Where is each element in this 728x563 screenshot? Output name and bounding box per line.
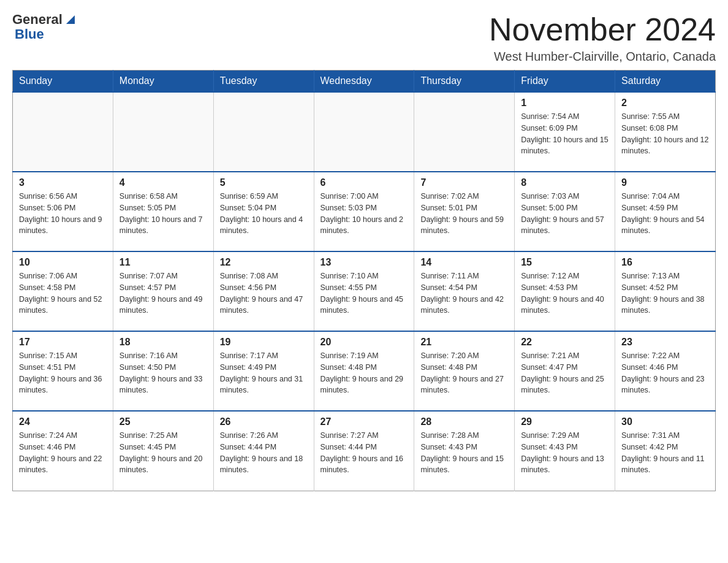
calendar-cell: 14Sunrise: 7:11 AMSunset: 4:54 PMDayligh… — [414, 251, 515, 331]
calendar-cell: 23Sunrise: 7:22 AMSunset: 4:46 PMDayligh… — [615, 331, 716, 411]
day-number: 4 — [119, 177, 207, 188]
calendar-cell: 27Sunrise: 7:27 AMSunset: 4:44 PMDayligh… — [314, 411, 414, 491]
day-number: 27 — [320, 416, 408, 427]
day-number: 9 — [621, 177, 709, 188]
weekday-header-friday: Friday — [515, 71, 615, 93]
weekday-header-wednesday: Wednesday — [314, 71, 414, 93]
day-number: 20 — [320, 337, 408, 348]
day-number: 23 — [621, 337, 709, 348]
day-number: 15 — [521, 257, 609, 268]
day-info: Sunrise: 7:27 AMSunset: 4:44 PMDaylight:… — [320, 430, 408, 476]
day-info: Sunrise: 7:15 AMSunset: 4:51 PMDaylight:… — [19, 350, 107, 396]
calendar-cell: 4Sunrise: 6:58 AMSunset: 5:05 PMDaylight… — [113, 172, 213, 251]
day-number: 14 — [420, 257, 508, 268]
day-number: 25 — [119, 416, 207, 427]
calendar-cell: 5Sunrise: 6:59 AMSunset: 5:04 PMDaylight… — [213, 172, 314, 251]
day-info: Sunrise: 7:17 AMSunset: 4:49 PMDaylight:… — [220, 350, 308, 396]
weekday-header-tuesday: Tuesday — [213, 71, 314, 93]
calendar-cell: 1Sunrise: 7:54 AMSunset: 6:09 PMDaylight… — [515, 92, 615, 172]
day-info: Sunrise: 7:12 AMSunset: 4:53 PMDaylight:… — [521, 270, 609, 316]
calendar-week-row: 3Sunrise: 6:56 AMSunset: 5:06 PMDaylight… — [13, 172, 716, 251]
calendar-cell: 2Sunrise: 7:55 AMSunset: 6:08 PMDaylight… — [615, 92, 716, 172]
logo: General Blue — [12, 12, 77, 42]
day-number: 28 — [420, 416, 508, 427]
calendar-cell: 12Sunrise: 7:08 AMSunset: 4:56 PMDayligh… — [213, 251, 314, 331]
day-info: Sunrise: 7:13 AMSunset: 4:52 PMDaylight:… — [621, 270, 709, 316]
weekday-header-saturday: Saturday — [615, 71, 716, 93]
day-info: Sunrise: 7:25 AMSunset: 4:45 PMDaylight:… — [119, 430, 207, 476]
day-info: Sunrise: 7:21 AMSunset: 4:47 PMDaylight:… — [521, 350, 609, 396]
logo-general-text: General — [12, 12, 63, 27]
calendar-cell: 29Sunrise: 7:29 AMSunset: 4:43 PMDayligh… — [515, 411, 615, 491]
day-info: Sunrise: 6:59 AMSunset: 5:04 PMDaylight:… — [220, 191, 308, 237]
calendar-cell: 25Sunrise: 7:25 AMSunset: 4:45 PMDayligh… — [113, 411, 213, 491]
calendar-cell — [414, 92, 515, 172]
calendar-cell: 13Sunrise: 7:10 AMSunset: 4:55 PMDayligh… — [314, 251, 414, 331]
logo-blue-text: Blue — [15, 27, 77, 42]
calendar-cell — [13, 92, 113, 172]
day-number: 2 — [621, 98, 709, 109]
calendar-table: SundayMondayTuesdayWednesdayThursdayFrid… — [12, 70, 716, 491]
calendar-cell: 24Sunrise: 7:24 AMSunset: 4:46 PMDayligh… — [13, 411, 113, 491]
calendar-cell: 22Sunrise: 7:21 AMSunset: 4:47 PMDayligh… — [515, 331, 615, 411]
day-number: 13 — [320, 257, 408, 268]
calendar-cell — [314, 92, 414, 172]
day-info: Sunrise: 7:16 AMSunset: 4:50 PMDaylight:… — [119, 350, 207, 396]
day-info: Sunrise: 7:03 AMSunset: 5:00 PMDaylight:… — [521, 191, 609, 237]
calendar-cell: 26Sunrise: 7:26 AMSunset: 4:44 PMDayligh… — [213, 411, 314, 491]
calendar-cell: 3Sunrise: 6:56 AMSunset: 5:06 PMDaylight… — [13, 172, 113, 251]
svg-marker-0 — [66, 15, 75, 24]
day-number: 24 — [19, 416, 107, 427]
calendar-cell: 11Sunrise: 7:07 AMSunset: 4:57 PMDayligh… — [113, 251, 213, 331]
calendar-week-row: 1Sunrise: 7:54 AMSunset: 6:09 PMDaylight… — [13, 92, 716, 172]
day-number: 12 — [220, 257, 308, 268]
calendar-cell: 7Sunrise: 7:02 AMSunset: 5:01 PMDaylight… — [414, 172, 515, 251]
day-number: 5 — [220, 177, 308, 188]
calendar-cell: 17Sunrise: 7:15 AMSunset: 4:51 PMDayligh… — [13, 331, 113, 411]
day-number: 19 — [220, 337, 308, 348]
calendar-cell: 10Sunrise: 7:06 AMSunset: 4:58 PMDayligh… — [13, 251, 113, 331]
day-info: Sunrise: 6:56 AMSunset: 5:06 PMDaylight:… — [19, 191, 107, 237]
day-info: Sunrise: 6:58 AMSunset: 5:05 PMDaylight:… — [119, 191, 207, 237]
day-number: 1 — [521, 98, 609, 109]
day-number: 11 — [119, 257, 207, 268]
day-info: Sunrise: 7:55 AMSunset: 6:08 PMDaylight:… — [621, 111, 709, 157]
day-info: Sunrise: 7:08 AMSunset: 4:56 PMDaylight:… — [220, 270, 308, 316]
title-block: November 2024 West Humber-Clairville, On… — [489, 12, 716, 64]
day-number: 8 — [521, 177, 609, 188]
calendar-cell: 20Sunrise: 7:19 AMSunset: 4:48 PMDayligh… — [314, 331, 414, 411]
weekday-header-monday: Monday — [113, 71, 213, 93]
calendar-cell: 18Sunrise: 7:16 AMSunset: 4:50 PMDayligh… — [113, 331, 213, 411]
calendar-cell: 9Sunrise: 7:04 AMSunset: 4:59 PMDaylight… — [615, 172, 716, 251]
day-number: 30 — [621, 416, 709, 427]
calendar-cell: 15Sunrise: 7:12 AMSunset: 4:53 PMDayligh… — [515, 251, 615, 331]
day-number: 3 — [19, 177, 107, 188]
logo-triangle-icon — [64, 13, 77, 26]
weekday-header-sunday: Sunday — [13, 71, 113, 93]
day-info: Sunrise: 7:04 AMSunset: 4:59 PMDaylight:… — [621, 191, 709, 237]
day-info: Sunrise: 7:10 AMSunset: 4:55 PMDaylight:… — [320, 270, 408, 316]
day-info: Sunrise: 7:06 AMSunset: 4:58 PMDaylight:… — [19, 270, 107, 316]
weekday-header-thursday: Thursday — [414, 71, 515, 93]
day-number: 6 — [320, 177, 408, 188]
calendar-cell: 21Sunrise: 7:20 AMSunset: 4:48 PMDayligh… — [414, 331, 515, 411]
location-title: West Humber-Clairville, Ontario, Canada — [489, 50, 716, 64]
day-info: Sunrise: 7:00 AMSunset: 5:03 PMDaylight:… — [320, 191, 408, 237]
day-info: Sunrise: 7:29 AMSunset: 4:43 PMDaylight:… — [521, 430, 609, 476]
day-number: 10 — [19, 257, 107, 268]
day-info: Sunrise: 7:07 AMSunset: 4:57 PMDaylight:… — [119, 270, 207, 316]
page-header: General Blue November 2024 West Humber-C… — [12, 12, 716, 64]
calendar-cell: 28Sunrise: 7:28 AMSunset: 4:43 PMDayligh… — [414, 411, 515, 491]
calendar-header-row: SundayMondayTuesdayWednesdayThursdayFrid… — [13, 71, 716, 93]
calendar-cell: 16Sunrise: 7:13 AMSunset: 4:52 PMDayligh… — [615, 251, 716, 331]
day-info: Sunrise: 7:26 AMSunset: 4:44 PMDaylight:… — [220, 430, 308, 476]
calendar-week-row: 24Sunrise: 7:24 AMSunset: 4:46 PMDayligh… — [13, 411, 716, 491]
day-info: Sunrise: 7:11 AMSunset: 4:54 PMDaylight:… — [420, 270, 508, 316]
day-number: 22 — [521, 337, 609, 348]
day-info: Sunrise: 7:20 AMSunset: 4:48 PMDaylight:… — [420, 350, 508, 396]
calendar-cell: 30Sunrise: 7:31 AMSunset: 4:42 PMDayligh… — [615, 411, 716, 491]
calendar-cell — [213, 92, 314, 172]
day-info: Sunrise: 7:24 AMSunset: 4:46 PMDaylight:… — [19, 430, 107, 476]
day-number: 18 — [119, 337, 207, 348]
day-info: Sunrise: 7:31 AMSunset: 4:42 PMDaylight:… — [621, 430, 709, 476]
